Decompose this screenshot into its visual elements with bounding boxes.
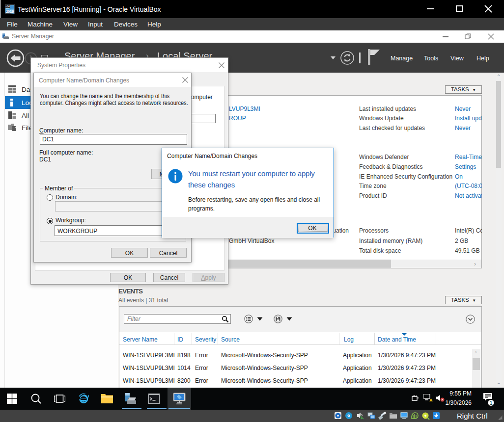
svg-text:1: 1 xyxy=(489,400,492,406)
svg-text:x64: x64 xyxy=(5,5,10,8)
svg-text:2016: 2016 xyxy=(6,10,14,13)
svg-text:!: ! xyxy=(431,399,432,402)
